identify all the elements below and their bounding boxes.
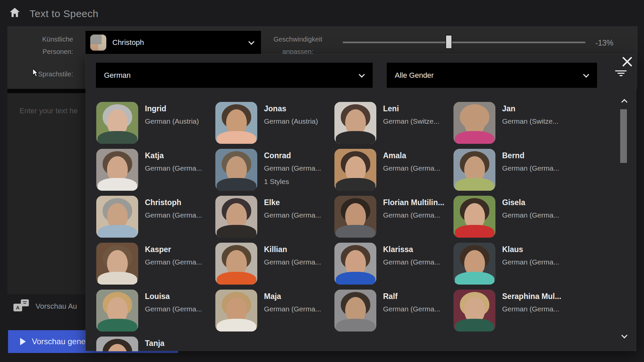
voice-card[interactable]: LeniGerman (Switze...	[334, 102, 453, 149]
shirt-shape	[98, 131, 137, 144]
voice-meta: ChristophGerman (Germa...	[145, 196, 202, 243]
voice-label-line2: Personen:	[20, 46, 73, 58]
chevron-down-icon	[583, 71, 589, 77]
voice-language: German (Germa...	[264, 305, 321, 313]
voice-card[interactable]: Florian Multilin...German (Germa...	[334, 196, 453, 243]
voice-card[interactable]: KatjaGerman (Germa...	[96, 149, 215, 196]
text-input-placeholder: Enter your text he	[19, 107, 86, 115]
voice-avatar	[334, 196, 376, 238]
filter-icon[interactable]	[614, 70, 628, 80]
voice-language: German (Germa...	[502, 164, 559, 172]
shirt-shape	[217, 131, 256, 144]
voice-card[interactable]: JanGerman (Switze...	[453, 102, 573, 149]
voice-meta: Florian Multilin...German (Germa...	[383, 196, 444, 243]
gender-filter-select[interactable]: Alle Gender	[387, 63, 597, 88]
shirt-shape	[455, 178, 494, 191]
voice-language: German (Germa...	[502, 258, 559, 266]
close-icon[interactable]	[621, 56, 633, 68]
preview-audio-label: Vorschau Au	[36, 302, 77, 311]
voice-language: German (Germa...	[145, 258, 202, 266]
language-filter-select[interactable]: German	[96, 63, 373, 88]
face-shape	[90, 44, 98, 51]
voice-avatar	[334, 243, 376, 285]
voice-meta: LouisaGerman (Germa...	[145, 290, 202, 337]
voice-avatar	[215, 102, 257, 144]
voice-language: German (Switze...	[383, 117, 439, 125]
voice-language: German (Germa...	[502, 305, 561, 313]
voice-meta: KlausGerman (Germa...	[502, 243, 559, 290]
voice-name: Amala	[383, 151, 440, 160]
voice-meta: RalfGerman (Germa...	[383, 290, 440, 337]
shirt-shape	[336, 178, 375, 191]
voice-name: Ingrid	[145, 104, 199, 113]
voice-language: German (Germa...	[383, 164, 440, 172]
shirt-shape	[336, 272, 375, 285]
preview-audio-button[interactable]: A Vorschau Au	[13, 296, 86, 316]
voice-avatar	[215, 290, 257, 331]
voice-card[interactable]: MajaGerman (Germa...	[215, 290, 334, 337]
voice-card[interactable]: AmalaGerman (Germa...	[334, 149, 453, 196]
voice-language: German (Germa...	[264, 164, 321, 172]
home-icon[interactable]	[9, 7, 20, 18]
voice-avatar	[453, 149, 495, 191]
voice-card[interactable]: Tanja	[96, 337, 215, 351]
voice-language: German (Germa...	[145, 164, 202, 172]
voice-avatar	[453, 196, 495, 238]
voice-language: German (Germa...	[502, 211, 559, 219]
voice-card[interactable]: RalfGerman (Germa...	[334, 290, 453, 337]
voice-grid: IngridGerman (Austria)JonasGerman (Austr…	[96, 102, 586, 351]
voice-card[interactable]: ConradGerman (Germa...1 Styles	[215, 149, 334, 196]
text-input-area[interactable]: Enter your text he	[7, 93, 86, 294]
page-title: Text to Speech	[30, 8, 98, 19]
voice-card[interactable]: KlausGerman (Germa...	[453, 243, 573, 290]
voice-avatar	[334, 102, 376, 144]
voice-card[interactable]: LouisaGerman (Germa...	[96, 290, 215, 337]
shirt-shape	[336, 319, 375, 331]
voice-card[interactable]: Seraphina Mul...German (Germa...	[453, 290, 573, 337]
voice-card[interactable]: BerndGerman (Germa...	[453, 149, 573, 196]
translate-icon: A	[13, 299, 29, 313]
voice-card[interactable]: JonasGerman (Austria)	[215, 102, 334, 149]
speed-slider-handle[interactable]	[445, 35, 452, 49]
voice-card[interactable]: KlarissaGerman (Germa...	[334, 243, 453, 290]
voice-select[interactable]: Christoph	[86, 31, 261, 54]
voice-name: Leni	[383, 104, 439, 113]
voice-meta: ElkeGerman (Germa...	[264, 196, 321, 243]
gender-filter-value: Alle Gender	[395, 71, 434, 80]
voice-avatar	[96, 149, 138, 191]
voice-card[interactable]: KasperGerman (Germa...	[96, 243, 215, 290]
shirt-shape	[455, 272, 494, 285]
voice-name: Elke	[264, 198, 321, 207]
voice-avatar	[334, 290, 376, 331]
voice-name: Florian Multilin...	[383, 198, 444, 207]
scrollbar-thumb[interactable]	[620, 109, 627, 163]
voice-card[interactable]: ChristophGerman (Germa...	[96, 196, 215, 243]
speech-styles-select-partial[interactable]	[7, 89, 86, 93]
voice-language: German (Germa...	[383, 211, 444, 219]
voice-card[interactable]: KillianGerman (Germa...	[215, 243, 334, 290]
voice-card[interactable]: ElkeGerman (Germa...	[215, 196, 334, 243]
speed-label-line1: Geschwindigkeit	[264, 33, 331, 46]
voice-language: German (Austria)	[145, 117, 199, 125]
voice-avatar	[334, 149, 376, 191]
voice-card[interactable]: GiselaGerman (Germa...	[453, 196, 573, 243]
voice-meta: MajaGerman (Germa...	[264, 290, 321, 337]
voice-styles-count: 1 Styles	[264, 178, 321, 186]
scroll-up-button[interactable]	[620, 97, 630, 105]
voice-name: Tanja	[145, 339, 164, 348]
voice-avatar	[96, 102, 138, 144]
speed-slider-track[interactable]	[343, 42, 585, 43]
voice-meta: GiselaGerman (Germa...	[502, 196, 559, 243]
shirt-shape	[217, 319, 256, 331]
voice-language: German (Germa...	[383, 305, 440, 313]
voice-name: Christoph	[145, 198, 202, 207]
voice-language: German (Germa...	[264, 258, 321, 266]
language-filter-value: German	[104, 71, 130, 80]
voice-meta: BerndGerman (Germa...	[502, 149, 559, 196]
voice-card[interactable]: IngridGerman (Austria)	[96, 102, 215, 149]
scroll-down-button[interactable]	[620, 333, 630, 340]
voice-meta: ConradGerman (Germa...1 Styles	[264, 149, 321, 196]
voice-language: German (Austria)	[264, 117, 318, 125]
chevron-down-icon	[359, 71, 365, 77]
shirt-shape	[217, 178, 256, 191]
